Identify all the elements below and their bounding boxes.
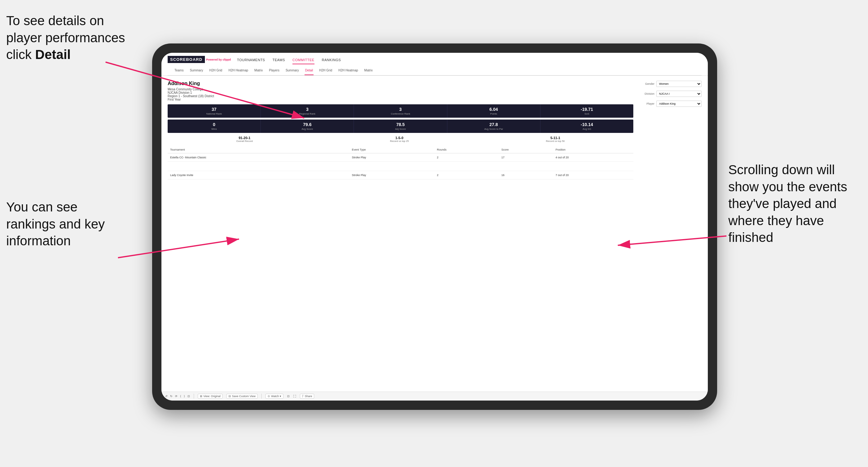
subnav-summary[interactable]: Summary (189, 66, 204, 75)
share-button[interactable]: ⤴ Share (300, 394, 314, 399)
player-school: Mesa Community College (168, 88, 633, 91)
watch-button[interactable]: ⊙ Watch ▾ (266, 394, 283, 399)
stat-regional-rank: 3 Regional Rank (261, 104, 354, 118)
gender-select[interactable]: Women (656, 81, 702, 87)
watch-label: Watch (271, 395, 279, 398)
records-row: 91-20-1 Overall Record 1-5-0 Record vs t… (168, 136, 633, 143)
share-icon: ⤴ (302, 395, 304, 398)
nav-teams[interactable]: TEAMS (273, 56, 285, 64)
subnav-h2h-heatmap[interactable]: H2H Heatmap (228, 66, 249, 75)
stat-label-wins: Wins (169, 128, 258, 130)
player-division: NJCAA Division 1 (168, 91, 633, 94)
subnav-h2h-grid[interactable]: H2H Grid (209, 66, 223, 75)
stat-avg-sg: -10.14 Avg SG (540, 120, 633, 133)
watch-icon: ⊙ (268, 395, 270, 398)
nav-tournaments[interactable]: TOURNAMENTS (237, 56, 265, 64)
subnav-teams[interactable]: Teams (174, 66, 184, 75)
stats-row1: 37 National Rank 3 Regional Rank 3 Confe… (168, 104, 633, 118)
subnav-players[interactable]: Players (269, 66, 280, 75)
td-event-type-1: Stroke Play (349, 153, 434, 162)
forward-icon[interactable]: ⟩ (184, 395, 185, 398)
th-tournament: Tournament (168, 146, 349, 153)
player-right: Gender Women Division NJCAA I (640, 81, 702, 180)
record-top25: 1-5-0 Record vs top 25 (390, 136, 408, 143)
td-empty-2 (349, 162, 434, 171)
record-overall-value: 91-20-1 (236, 136, 253, 140)
nav-committee[interactable]: COMMITTEE (292, 56, 314, 64)
more-icon[interactable]: ⊡ (187, 395, 190, 398)
redo-icon[interactable]: ↻ (170, 395, 173, 398)
record-top50-value: 5-11-1 (546, 136, 565, 140)
undo-icon[interactable]: ↺ (165, 395, 168, 398)
player-region: Region 1 - Southwest (18) District (168, 94, 633, 98)
annotation-detail-bold: Detail (35, 47, 70, 62)
view-original-button[interactable]: ⊞ View: Original (198, 394, 223, 399)
stat-avg-score: 79.6 Avg Score (261, 120, 354, 133)
view-icon: ⊞ (200, 395, 203, 398)
annotation-bottom-left-text: You can see rankings and key information (6, 200, 105, 248)
subnav-h2h-heatmap2[interactable]: H2H Heatmap (338, 66, 359, 75)
form-player-row: Player Addison King (640, 101, 702, 107)
subnav-summary2[interactable]: Summary (285, 66, 300, 75)
stat-conference-rank: 3 Conference Rank (354, 104, 447, 118)
stat-value-avg-score: 79.6 (262, 122, 352, 127)
th-rounds: Rounds (434, 146, 499, 153)
subnav-matrix2[interactable]: Matrix (364, 66, 373, 75)
top-nav: SCOREBOARD Powered by clippd TOURNAMENTS… (161, 53, 708, 76)
share-label: Share (305, 395, 312, 398)
stat-label-avg-score: Avg Score (262, 128, 352, 130)
record-top50: 5-11-1 Record vs top 50 (546, 136, 565, 143)
refresh-icon[interactable]: ⟳ (175, 395, 178, 398)
player-select[interactable]: Addison King (656, 101, 702, 107)
tournament-table: Tournament Event Type Rounds Score Posit… (168, 146, 633, 180)
th-score: Score (499, 146, 553, 153)
tablet-frame: SCOREBOARD Powered by clippd TOURNAMENTS… (152, 43, 717, 410)
annotation-top-left-text: To see details on player performances cl… (6, 13, 125, 62)
toolbar-sep-1 (194, 394, 194, 399)
nav-rankings[interactable]: RANKINGS (322, 56, 341, 64)
td-empty-5 (553, 162, 633, 171)
powered-by: Powered by clippd (206, 58, 231, 61)
stat-label-national-rank: National Rank (169, 113, 258, 115)
annotation-right-text: Scrolling down will show you the events … (728, 162, 847, 245)
save-icon: ⊟ (228, 395, 231, 398)
td-score-1: 17 (499, 153, 553, 162)
stat-label-regional-rank: Regional Rank (262, 113, 352, 115)
table-row (168, 162, 633, 171)
player-label: Player (640, 102, 654, 105)
subnav-detail[interactable]: Detail (305, 66, 314, 75)
stat-sos: -19.71 SoS (540, 104, 633, 118)
nav-brand-row: SCOREBOARD Powered by clippd TOURNAMENTS… (168, 56, 702, 66)
save-custom-view-button[interactable]: ⊟ Save Custom View (226, 394, 258, 399)
screen-icon[interactable]: ⊡ (287, 395, 290, 398)
stat-value-sos: -19.71 (542, 107, 631, 112)
stat-label-points: Points (449, 113, 538, 115)
subnav-h2h-grid2[interactable]: H2H Grid (318, 66, 333, 75)
division-select[interactable]: NJCAA I (656, 91, 702, 97)
sub-nav: Teams Summary H2H Grid H2H Heatmap Matri… (168, 66, 702, 75)
stat-label-avg-sg: Avg SG (542, 128, 631, 130)
record-top25-label: Record vs top 25 (390, 140, 408, 143)
record-top50-label: Record vs top 50 (546, 140, 565, 143)
record-overall: 91-20-1 Overall Record (236, 136, 253, 143)
record-overall-label: Overall Record (236, 140, 253, 143)
form-gender-row: Gender Women (640, 81, 702, 87)
td-rounds-1: 2 (434, 153, 499, 162)
back-icon[interactable]: ⟨ (180, 395, 181, 398)
stats-row2: 0 Wins 79.6 Avg Score 78.5 Adj Score (168, 120, 633, 133)
subnav-matrix[interactable]: Matrix (254, 66, 263, 75)
stat-value-national-rank: 37 (169, 107, 258, 112)
stat-value-adj-score: 78.5 (356, 122, 445, 127)
table-row: Lady Coyote Invite Stroke Play 2 16 7 ou… (168, 171, 633, 180)
stat-national-rank: 37 National Rank (168, 104, 261, 118)
bottom-toolbar: ↺ ↻ ⟳ ⟨ ⟩ ⊡ ⊞ View: Original ⊟ Save Cust… (161, 392, 708, 401)
fullscreen-icon[interactable]: ⛶ (293, 395, 296, 398)
td-event-type-3: Stroke Play (349, 171, 434, 180)
stat-label-sos: SoS (542, 113, 631, 115)
stat-value-points: 6.04 (449, 107, 538, 112)
gender-label: Gender (640, 82, 654, 85)
save-label: Save Custom View (232, 395, 255, 398)
stat-value-avg-score-par: 27.8 (449, 122, 538, 127)
stat-value-conference-rank: 3 (356, 107, 445, 112)
scoreboard-logo: SCOREBOARD (168, 56, 205, 63)
